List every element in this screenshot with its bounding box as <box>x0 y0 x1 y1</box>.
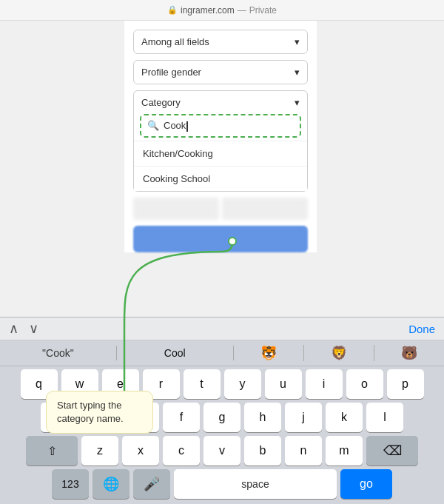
suggestion-item[interactable]: Cooking School <box>134 167 307 191</box>
action-button <box>133 226 308 252</box>
chevron-down-icon: ▾ <box>295 97 300 108</box>
backspace-key[interactable]: ⌫ <box>366 436 418 466</box>
browser-bar: 🔒 ingramer.com — Private <box>0 0 444 21</box>
suggestion-item[interactable]: Kitchen/Cooking <box>134 141 307 167</box>
toolbar-nav: ∧ ∨ <box>9 322 38 335</box>
search-icon: 🔍 <box>147 120 159 131</box>
autocomplete-emoji-3[interactable]: 🐻 <box>374 345 444 361</box>
upload-from-box <box>133 198 219 220</box>
text-cursor <box>186 121 188 132</box>
category-search-box[interactable]: 🔍 Cook <box>140 114 301 138</box>
profile-gender-label: Profile gender <box>141 67 201 78</box>
autocomplete-emoji-2[interactable]: 🦁 <box>304 345 374 361</box>
autocomplete-emoji-1[interactable]: 🐯 <box>234 345 304 361</box>
shift-key[interactable]: ⇧ <box>26 436 78 466</box>
mic-key[interactable]: 🎤 <box>133 469 170 499</box>
key-u[interactable]: u <box>265 369 302 399</box>
autocomplete-cook-quoted[interactable]: "Cook" <box>0 346 117 360</box>
upload-to-box <box>222 198 308 220</box>
search-text: Cook <box>164 120 186 131</box>
key-v[interactable]: v <box>204 436 240 466</box>
key-t[interactable]: t <box>184 369 221 399</box>
among-all-fields-label: Among all fields <box>141 36 209 47</box>
category-label: Category <box>141 97 181 108</box>
nav-down-arrow[interactable]: ∨ <box>29 322 38 335</box>
keyboard-toolbar: ∧ ∨ Done <box>0 317 444 340</box>
key-j[interactable]: j <box>285 403 322 432</box>
space-key[interactable]: space <box>174 469 337 499</box>
key-f[interactable]: f <box>163 403 200 432</box>
number-key[interactable]: 123 <box>52 469 89 499</box>
key-n[interactable]: n <box>285 436 322 466</box>
key-g[interactable]: g <box>204 403 240 432</box>
key-y[interactable]: y <box>224 369 261 399</box>
autocomplete-row: "Cook" Cool 🐯 🦁 🐻 <box>0 340 444 366</box>
key-rows: q w e r t y u i o p a s d f g h j k l ⇧ … <box>0 366 444 504</box>
url-text: ingramer.com <box>181 5 235 16</box>
key-row-4: 123 🌐 🎤 space go <box>3 469 441 499</box>
go-key[interactable]: go <box>340 469 392 499</box>
key-l[interactable]: l <box>366 403 403 432</box>
chevron-down-icon: ▾ <box>295 67 300 78</box>
key-o[interactable]: o <box>346 369 383 399</box>
backspace-icon: ⌫ <box>383 443 402 459</box>
category-header[interactable]: Category ▾ <box>134 91 307 114</box>
chevron-down-icon: ▾ <box>295 36 300 47</box>
suggestion-list: Kitchen/Cooking Cooking School <box>134 141 307 191</box>
key-i[interactable]: i <box>306 369 343 399</box>
form-area: Among all fields ▾ Profile gender ▾ Cate… <box>124 21 317 252</box>
privacy-label: — <box>238 5 246 16</box>
search-input-value: Cook <box>164 120 294 132</box>
tooltip: Start typing the category name. <box>46 391 153 434</box>
profile-gender-dropdown[interactable]: Profile gender ▾ <box>133 60 308 84</box>
key-x[interactable]: x <box>122 436 159 466</box>
key-row-3: ⇧ z x c v b n m ⌫ <box>3 436 441 466</box>
key-m[interactable]: m <box>326 436 363 466</box>
key-z[interactable]: z <box>81 436 118 466</box>
category-dropdown[interactable]: Category ▾ 🔍 Cook Kitchen/Cooking Cookin… <box>133 90 308 192</box>
browser-url: 🔒 ingramer.com — Private <box>167 5 277 16</box>
done-button[interactable]: Done <box>408 323 435 335</box>
key-h[interactable]: h <box>244 403 281 432</box>
tooltip-text: Start typing the category name. <box>57 400 124 424</box>
key-b[interactable]: b <box>244 436 281 466</box>
autocomplete-cool[interactable]: Cool <box>117 346 234 360</box>
nav-up-arrow[interactable]: ∧ <box>9 322 18 335</box>
privacy-text: Private <box>249 5 277 16</box>
among-all-fields-dropdown[interactable]: Among all fields ▾ <box>133 30 308 54</box>
key-p[interactable]: p <box>387 369 424 399</box>
globe-key[interactable]: 🌐 <box>92 469 130 499</box>
uploads-row <box>133 198 308 220</box>
key-k[interactable]: k <box>326 403 363 432</box>
shift-icon: ⇧ <box>47 444 57 458</box>
lock-icon: 🔒 <box>167 5 178 15</box>
connector-dot-top <box>228 237 237 246</box>
key-c[interactable]: c <box>163 436 200 466</box>
